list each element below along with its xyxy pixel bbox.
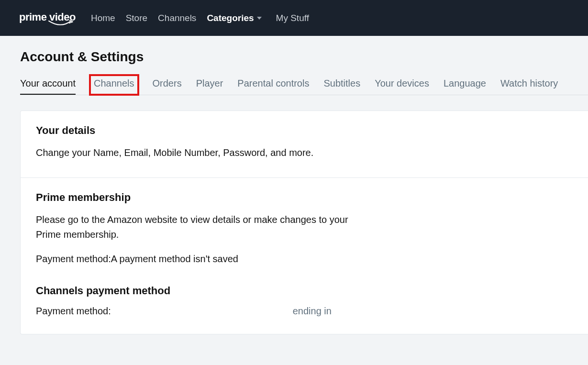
tab-language[interactable]: Language <box>444 78 486 95</box>
section-text: Change your Name, Email, Mobile Number, … <box>36 145 361 160</box>
payment-method-line: Payment method:A payment method isn't sa… <box>36 252 361 266</box>
tab-your-account[interactable]: Your account <box>20 78 76 95</box>
tab-subtitles[interactable]: Subtitles <box>323 78 360 95</box>
tab-label: Parental controls <box>237 78 309 88</box>
nav-categories[interactable]: Categories <box>207 13 261 23</box>
page-title: Account & Settings <box>20 49 588 65</box>
prime-video-logo[interactable]: prime video <box>19 11 76 30</box>
nav-my-stuff[interactable]: My Stuff <box>276 13 309 23</box>
nav-store[interactable]: Store <box>126 13 147 23</box>
section-your-details: Your details Change your Name, Email, Mo… <box>21 111 588 178</box>
settings-tabs: Your account Channels Orders Player Pare… <box>20 78 588 95</box>
tab-label: Your devices <box>375 78 429 88</box>
tab-label: Orders <box>153 78 182 88</box>
tab-label: Language <box>444 78 486 88</box>
section-text: Please go to the Amazon website to view … <box>36 212 361 242</box>
settings-card: Your details Change your Name, Email, Mo… <box>20 111 588 334</box>
amazon-smile-icon <box>47 20 75 28</box>
tab-channels[interactable]: Channels <box>90 75 138 95</box>
tab-parental-controls[interactable]: Parental controls <box>237 78 309 95</box>
payment-method-row: Payment method: ending in <box>36 306 588 317</box>
tab-label: Watch history <box>500 78 558 88</box>
tab-orders[interactable]: Orders <box>153 78 182 95</box>
nav-label: Store <box>126 13 147 23</box>
nav-label: Channels <box>158 13 196 23</box>
nav-channels[interactable]: Channels <box>158 13 196 23</box>
tab-label: Player <box>196 78 223 88</box>
tab-label: Subtitles <box>323 78 360 88</box>
nav-home[interactable]: Home <box>91 13 115 23</box>
top-nav: prime video Home Store Channels Categori… <box>0 0 588 36</box>
tab-your-devices[interactable]: Your devices <box>375 78 429 95</box>
nav-label: My Stuff <box>276 13 309 23</box>
tab-label: Channels <box>94 78 134 88</box>
page-body: Account & Settings Your account Channels… <box>0 36 588 334</box>
nav-label: Home <box>91 13 115 23</box>
tab-watch-history[interactable]: Watch history <box>500 78 558 95</box>
section-prime-membership: Prime membership Please go to the Amazon… <box>21 178 588 334</box>
nav-links: Home Store Channels Categories My Stuff <box>91 13 309 23</box>
section-title: Your details <box>36 124 588 137</box>
nav-label: Categories <box>207 13 254 23</box>
chevron-down-icon <box>257 17 262 20</box>
section-channels-payment: Channels payment method Payment method: … <box>36 285 588 317</box>
section-title: Prime membership <box>36 191 588 204</box>
payment-method-label: Payment method: <box>36 306 111 317</box>
section-title: Channels payment method <box>36 285 588 297</box>
tab-label: Your account <box>20 78 76 88</box>
tab-player[interactable]: Player <box>196 78 223 95</box>
payment-method-value: ending in <box>293 306 332 317</box>
